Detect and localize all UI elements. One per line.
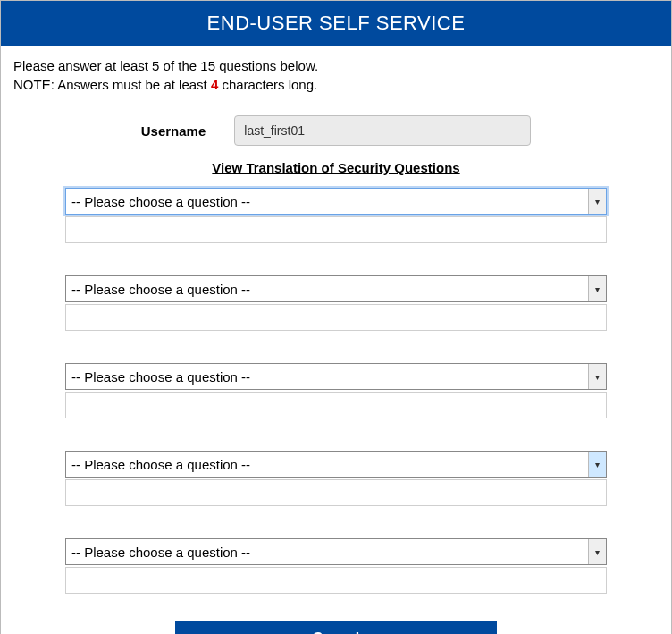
username-label: Username (141, 123, 206, 139)
form-body: Please answer at least 5 of the 15 quest… (1, 46, 671, 634)
question-block: -- Please choose a question --▾ (65, 451, 607, 506)
question-block: -- Please choose a question --▾ (65, 275, 607, 331)
view-translation-link[interactable]: View Translation of Security Questions (13, 160, 659, 175)
instructions-line2-pre: NOTE: Answers must be at least (13, 77, 211, 92)
username-field (234, 115, 531, 146)
question-select-wrap: -- Please choose a question --▾ (65, 275, 607, 302)
answer-input[interactable] (65, 479, 607, 506)
page-title: END-USER SELF SERVICE (1, 1, 671, 46)
question-select[interactable]: -- Please choose a question -- (65, 188, 607, 215)
self-service-window: END-USER SELF SERVICE Please answer at l… (0, 0, 672, 634)
question-list: -- Please choose a question --▾-- Please… (13, 188, 659, 594)
question-select-wrap: -- Please choose a question --▾ (65, 363, 607, 390)
question-select-wrap: -- Please choose a question --▾ (65, 538, 607, 565)
question-select-wrap: -- Please choose a question --▾ (65, 188, 607, 215)
min-chars: 4 (211, 77, 218, 92)
question-select-wrap: -- Please choose a question --▾ (65, 451, 607, 478)
question-block: -- Please choose a question --▾ (65, 188, 607, 243)
answer-input[interactable] (65, 392, 607, 418)
question-select[interactable]: -- Please choose a question -- (65, 538, 607, 565)
answer-input[interactable] (65, 567, 607, 594)
answer-input[interactable] (65, 304, 607, 331)
question-select[interactable]: -- Please choose a question -- (65, 275, 607, 302)
instructions-line1: Please answer at least 5 of the 15 quest… (13, 58, 318, 73)
question-select[interactable]: -- Please choose a question -- (65, 363, 607, 390)
question-select[interactable]: -- Please choose a question -- (65, 451, 607, 478)
username-row: Username (13, 115, 659, 146)
question-block: -- Please choose a question --▾ (65, 538, 607, 594)
instructions: Please answer at least 5 of the 15 quest… (13, 56, 659, 94)
instructions-line2-post: characters long. (218, 77, 317, 92)
cancel-button[interactable]: Cancel (175, 621, 497, 634)
question-block: -- Please choose a question --▾ (65, 363, 607, 418)
answer-input[interactable] (65, 216, 607, 243)
